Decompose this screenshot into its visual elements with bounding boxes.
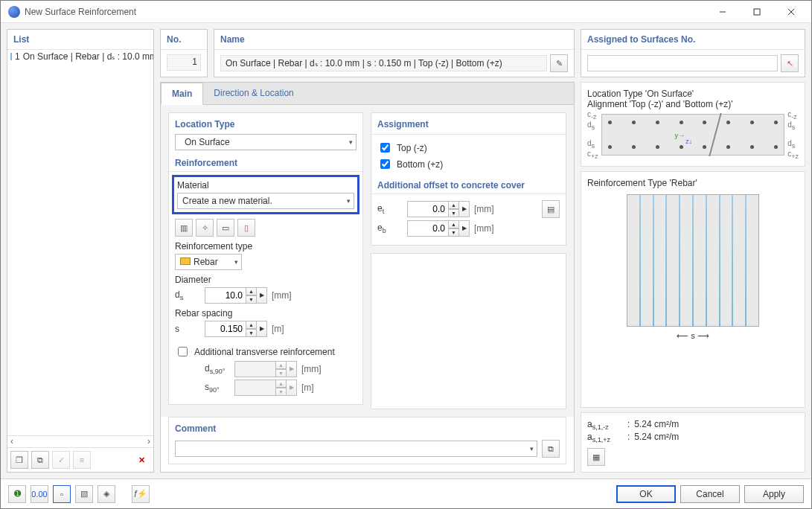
ds90-unit: [mm] [301,364,322,374]
comment-manage-button[interactable]: ⧉ [542,440,560,458]
bottom-checkbox[interactable] [380,159,390,169]
list-item[interactable]: 1 On Surface | Rebar | dₛ : 10.0 mm [7,50,153,63]
titlebar: New Surface Reinforcement [1,1,811,23]
et-symbol: et [377,203,403,215]
reinforcement-label: Reinforcement [175,158,357,168]
cancel-button[interactable]: Cancel [680,485,740,503]
comment-select[interactable]: ▾ [175,441,537,457]
edit-name-button[interactable]: ✎ [550,54,568,72]
app-icon [8,6,20,18]
spin-down-icon[interactable]: ▼ [246,295,257,304]
help-button[interactable]: ➊ [8,485,26,503]
spacing-spin[interactable]: ▲▼ ▶ [205,321,267,337]
material-delete-button[interactable]: ▯ [237,219,255,237]
spacing-input[interactable] [205,321,246,337]
list-scrollbar[interactable]: ‹› [7,435,153,447]
close-button[interactable] [774,1,808,23]
assignment-label: Assignment [377,119,560,129]
view-2-button[interactable]: ▧ [75,485,93,503]
diameter-unit: [mm] [272,290,292,301]
et-input[interactable] [407,201,449,217]
new-item-button[interactable]: ❐ [10,451,28,469]
eb-input[interactable] [407,220,449,237]
spin-up-icon[interactable]: ▲ [448,220,459,228]
list-item-label: On Surface | Rebar | dₛ : 10.0 mm [23,51,153,62]
name-value: On Surface | Rebar | dₛ : 10.0 mm | s : … [226,58,502,68]
diameter-spin[interactable]: ▲▼ ▶ [205,287,267,304]
assigned-panel: Assigned to Surfaces No. ↖ [581,29,805,77]
window-title: New Surface Reinforcement [25,7,706,17]
maximize-button[interactable] [740,1,774,23]
result-key-2: as,1,+z [587,432,623,444]
list-content[interactable]: 1 On Surface | Rebar | dₛ : 10.0 mm [7,50,153,435]
function-button[interactable]: f⚡ [132,485,150,503]
spin-step-icon[interactable]: ▶ [459,201,470,217]
spin-up-icon[interactable]: ▲ [448,201,459,209]
s90-spin: ▲▼ ▶ [234,380,297,396]
no-field[interactable]: 1 [167,54,201,71]
s90-symbol: s90° [205,382,230,394]
offset-label: Additional offset to concrete cover [377,180,560,191]
pick-surface-button[interactable]: ↖ [781,54,799,72]
delete-item-button[interactable]: ✕ [132,451,150,469]
material-highlight: Material Create a new material. ▾ [172,175,359,214]
location-type-value: On Surface [185,137,230,147]
tool-button-2[interactable]: ≡ [73,451,91,469]
reinf-type-label: Reinforcement type [175,241,357,252]
ds90-input [234,361,276,377]
spin-step-icon[interactable]: ▶ [257,321,267,337]
minimize-button[interactable] [706,1,740,23]
location-diagram: y→ z↓ [601,114,784,156]
copy-item-button[interactable]: ⧉ [31,451,49,469]
material-select[interactable]: Create a new material. ▾ [177,193,354,209]
view-1-button[interactable]: ▫ [53,485,71,503]
no-panel: No. 1 [160,29,208,77]
location-info-box: Location Type 'On Surface' Alignment 'To… [581,82,805,167]
spin-up-icon[interactable]: ▲ [246,321,257,329]
offset-extra-button[interactable]: ▤ [542,200,560,218]
material-new-button[interactable]: ✧ [196,219,214,237]
diameter-input[interactable] [205,287,246,304]
material-edit-button[interactable]: ▭ [217,219,234,237]
spacing-symbol: s [175,324,200,334]
location-type-label: Location Type [175,119,357,129]
tab-main[interactable]: Main [161,83,203,105]
tool-button-1[interactable]: ✓ [52,451,70,469]
spin-down-icon[interactable]: ▼ [246,329,257,337]
spin-step-icon[interactable]: ▶ [459,220,470,237]
ok-button[interactable]: OK [616,485,676,503]
reinf-type-select[interactable]: Rebar ▾ [175,254,242,270]
list-header: List [7,30,153,50]
list-panel: List 1 On Surface | Rebar | dₛ : 10.0 mm… [7,29,154,473]
spin-up-icon[interactable]: ▲ [246,287,257,295]
results-tool-button[interactable]: ▦ [587,448,605,466]
s90-input [234,380,276,396]
axis-z-icon: z↓ [685,138,692,145]
diagram-right-labels: c-zdsdsc+z [787,110,799,160]
info-line1: Location Type 'On Surface' [587,89,799,99]
transverse-label: Additional transverse reinforcement [194,347,335,357]
name-field: On Surface | Rebar | dₛ : 10.0 mm | s : … [220,55,547,71]
units-button[interactable]: 0.00 [31,485,48,503]
results-box: as,1,-z:5.24 cm²/m as,1,+z:5.24 cm²/m ▦ [581,412,805,473]
result-val-1: 5.24 cm²/m [634,419,679,431]
location-type-select[interactable]: On Surface ▾ [175,134,357,150]
assigned-field[interactable] [587,55,778,71]
result-key-1: as,1,-z [587,419,623,431]
spin-step-icon[interactable]: ▶ [257,287,267,304]
tab-direction-location[interactable]: Direction & Location [203,83,304,104]
material-library-button[interactable]: ▥ [175,219,193,237]
transverse-checkbox[interactable] [178,347,188,356]
spin-down-icon[interactable]: ▼ [448,209,459,217]
bottom-label: Bottom (+z) [397,159,443,170]
rebar-diagram [627,194,759,327]
eb-spin[interactable]: ▲▼ ▶ [407,220,470,237]
et-spin[interactable]: ▲▼ ▶ [407,201,470,217]
view-3-button[interactable]: ◈ [97,485,115,503]
blank-box [371,253,566,409]
result-val-2: 5.24 cm²/m [634,432,679,444]
list-toolbar: ❐ ⧉ ✓ ≡ ✕ [7,447,153,472]
apply-button[interactable]: Apply [744,485,804,503]
spin-down-icon[interactable]: ▼ [448,228,459,237]
top-checkbox[interactable] [380,143,390,153]
